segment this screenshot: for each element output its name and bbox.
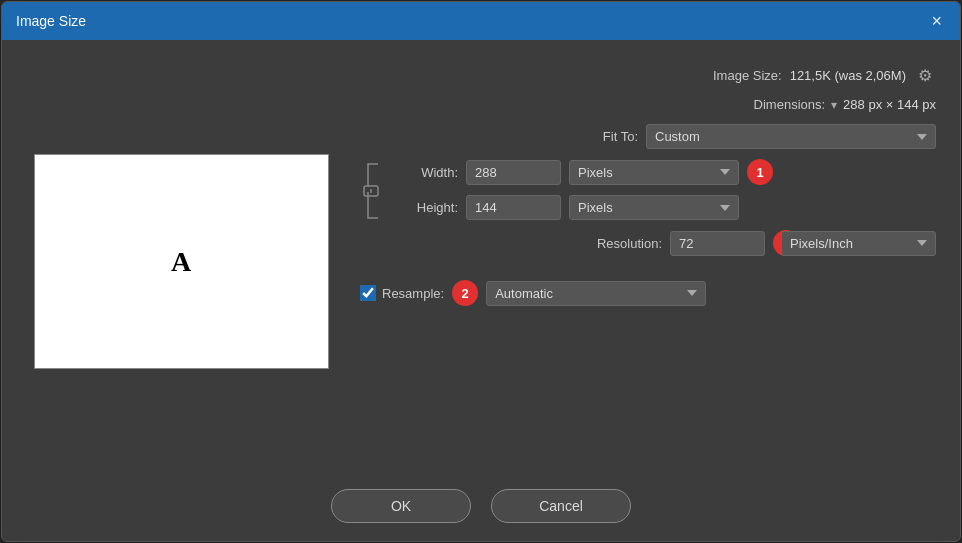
resolution-row: Resolution: 3 Pixels/Inch Pixels/Centime…: [360, 230, 936, 256]
cancel-button[interactable]: Cancel: [491, 489, 631, 523]
wh-fields: Width: Pixels Percent Inches Centimeters…: [386, 159, 936, 220]
resample-label: Resample:: [382, 286, 444, 301]
height-unit-select[interactable]: Pixels Percent Inches Centimeters: [569, 195, 739, 220]
image-size-row: Image Size: 121,5K (was 2,06M) ⚙: [360, 64, 936, 87]
width-unit-select[interactable]: Pixels Percent Inches Centimeters: [569, 160, 739, 185]
preview-letter: A: [171, 246, 191, 278]
fit-to-select[interactable]: Custom Original Size US Paper (72 ppi) U…: [646, 124, 936, 149]
dialog-footer: OK Cancel: [2, 479, 960, 541]
resolution-label: Resolution:: [590, 236, 662, 251]
height-label: Height:: [386, 200, 458, 215]
image-size-value: 121,5K (was 2,06M): [790, 68, 906, 83]
resample-checkbox[interactable]: [360, 285, 376, 301]
close-button[interactable]: ×: [927, 8, 946, 34]
gear-button[interactable]: ⚙: [914, 64, 936, 87]
resample-method-select[interactable]: Automatic Preserve Details (enlargement)…: [486, 281, 706, 306]
image-size-label: Image Size:: [713, 68, 782, 83]
ok-button[interactable]: OK: [331, 489, 471, 523]
badge-2: 2: [452, 280, 478, 306]
preview-canvas: A: [34, 154, 329, 369]
title-bar: Image Size ×: [2, 2, 960, 40]
controls-panel: Image Size: 121,5K (was 2,06M) ⚙ Dimensi…: [360, 60, 936, 463]
resample-row: Resample: 2 Automatic Preserve Details (…: [360, 280, 936, 306]
dialog-body: A Image Size: 121,5K (was 2,06M) ⚙ Dimen…: [2, 40, 960, 479]
dimensions-label: Dimensions:: [754, 97, 826, 112]
resolution-input[interactable]: [670, 231, 765, 256]
width-row: Width: Pixels Percent Inches Centimeters…: [386, 159, 936, 185]
badge-1: 1: [747, 159, 773, 185]
width-label: Width:: [386, 165, 458, 180]
fit-to-label: Fit To:: [558, 129, 638, 144]
dimensions-value: 288 px × 144 px: [843, 97, 936, 112]
link-bracket-icon: [360, 162, 382, 220]
dimensions-chevron-icon[interactable]: ▾: [831, 98, 837, 112]
width-input[interactable]: [466, 160, 561, 185]
fit-to-row: Fit To: Custom Original Size US Paper (7…: [360, 124, 936, 149]
resolution-unit-select[interactable]: Pixels/Inch Pixels/Centimeter: [781, 231, 936, 256]
resample-checkbox-wrap: Resample:: [360, 285, 444, 301]
wh-container: Width: Pixels Percent Inches Centimeters…: [360, 159, 936, 220]
dimensions-row: Dimensions: ▾ 288 px × 144 px: [360, 97, 936, 112]
height-row: Height: Pixels Percent Inches Centimeter…: [386, 195, 936, 220]
image-size-dialog: Image Size × A Image Size: 121,5K (was 2…: [1, 1, 961, 542]
link-icon-area: [360, 161, 382, 220]
dialog-title: Image Size: [16, 13, 86, 29]
preview-area: A: [26, 60, 336, 463]
height-input[interactable]: [466, 195, 561, 220]
